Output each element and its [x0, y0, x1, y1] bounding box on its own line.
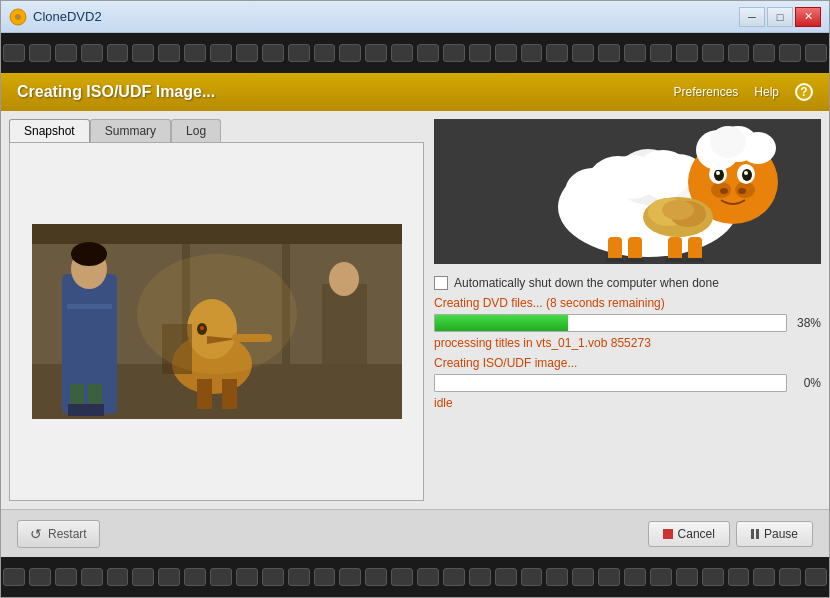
help-button[interactable]: ? [795, 83, 813, 101]
film-hole [132, 568, 154, 586]
pause-label: Pause [764, 527, 798, 541]
processing-status: processing titles in vts_01_1.vob 855273 [434, 336, 821, 350]
restart-label: Restart [48, 527, 87, 541]
film-hole [365, 568, 387, 586]
svg-rect-25 [222, 379, 237, 409]
main-window: CloneDVD2 ─ □ ✕ [0, 0, 830, 598]
film-hole [391, 44, 413, 62]
tab-log[interactable]: Log [171, 119, 221, 142]
film-hole [598, 568, 620, 586]
film-hole [650, 44, 672, 62]
svg-point-29 [137, 254, 297, 374]
controls-area: Automatically shut down the computer whe… [434, 274, 821, 412]
film-hole [650, 568, 672, 586]
svg-point-40 [635, 150, 691, 198]
svg-rect-13 [67, 304, 112, 309]
video-thumbnail [32, 224, 402, 419]
svg-point-45 [738, 188, 746, 194]
progress-iso-section: Creating ISO/UDF image... 0% idle [434, 356, 821, 410]
idle-status: idle [434, 396, 821, 410]
svg-point-50 [716, 171, 720, 175]
progress-iso-label: Creating ISO/UDF image... [434, 356, 821, 370]
header-bar: Creating ISO/UDF Image... Preferences He… [1, 73, 829, 111]
svg-point-12 [71, 242, 107, 266]
film-hole [107, 568, 129, 586]
film-hole [753, 568, 775, 586]
progress-dvd-section: Creating DVD files... (8 seconds remaini… [434, 296, 821, 350]
film-hole [495, 44, 517, 62]
svg-rect-26 [322, 284, 367, 384]
sheep-mascot-area [434, 119, 821, 264]
film-hole [81, 568, 103, 586]
filmstrip-bottom [1, 557, 829, 597]
film-hole [469, 568, 491, 586]
pause-button[interactable]: Pause [736, 521, 813, 547]
film-hole [210, 568, 232, 586]
film-hole [521, 44, 543, 62]
preferences-link[interactable]: Preferences [674, 85, 739, 99]
window-title: CloneDVD2 [33, 9, 102, 24]
progress-iso-percent: 0% [793, 376, 821, 390]
film-hole [55, 44, 77, 62]
film-hole [236, 44, 258, 62]
restart-button[interactable]: ↺ Restart [17, 520, 100, 548]
film-hole [443, 568, 465, 586]
film-hole [29, 568, 51, 586]
film-hole [728, 568, 750, 586]
film-hole [598, 44, 620, 62]
film-hole [624, 44, 646, 62]
film-hole [546, 44, 568, 62]
film-hole [779, 568, 801, 586]
film-hole [81, 44, 103, 62]
film-hole [417, 568, 439, 586]
bottom-bar: ↺ Restart Cancel Pause [1, 509, 829, 557]
cancel-button[interactable]: Cancel [648, 521, 730, 547]
tab-snapshot[interactable]: Snapshot [9, 119, 90, 142]
right-panel: Automatically shut down the computer whe… [434, 119, 821, 501]
maximize-button[interactable]: □ [767, 7, 793, 27]
svg-point-54 [740, 132, 776, 164]
svg-rect-16 [68, 404, 86, 416]
film-hole [779, 44, 801, 62]
svg-point-44 [720, 188, 728, 194]
help-link[interactable]: Help [754, 85, 779, 99]
svg-rect-66 [666, 258, 684, 262]
film-hole [365, 44, 387, 62]
titlebar-left: CloneDVD2 [9, 8, 102, 26]
svg-rect-6 [32, 224, 402, 244]
film-hole [158, 44, 180, 62]
film-hole [262, 568, 284, 586]
progress-dvd-row: 38% [434, 314, 821, 332]
header-title: Creating ISO/UDF Image... [17, 83, 215, 101]
film-hole [805, 44, 827, 62]
film-hole [29, 44, 51, 62]
progress-iso-bar [434, 374, 787, 392]
action-buttons: Cancel Pause [648, 521, 813, 547]
svg-rect-24 [197, 379, 212, 409]
progress-iso-row: 0% [434, 374, 821, 392]
svg-point-59 [662, 200, 694, 220]
tab-summary[interactable]: Summary [90, 119, 171, 142]
svg-rect-65 [626, 258, 644, 262]
film-hole [184, 568, 206, 586]
svg-point-2 [17, 15, 20, 18]
svg-point-48 [714, 169, 724, 181]
auto-shutdown-label: Automatically shut down the computer whe… [454, 276, 719, 290]
close-button[interactable]: ✕ [795, 7, 821, 27]
progress-dvd-label: Creating DVD files... (8 seconds remaini… [434, 296, 821, 310]
main-content: Snapshot Summary Log [1, 111, 829, 509]
film-hole [339, 568, 361, 586]
minimize-button[interactable]: ─ [739, 7, 765, 27]
auto-shutdown-checkbox[interactable] [434, 276, 448, 290]
film-hole [469, 44, 491, 62]
film-hole [132, 44, 154, 62]
film-hole [753, 44, 775, 62]
auto-shutdown-row: Automatically shut down the computer whe… [434, 276, 821, 290]
progress-dvd-percent: 38% [793, 316, 821, 330]
pause-icon [751, 529, 759, 539]
film-hole [55, 568, 77, 586]
film-hole [572, 44, 594, 62]
film-hole [3, 568, 25, 586]
film-hole [676, 568, 698, 586]
film-hole [572, 568, 594, 586]
